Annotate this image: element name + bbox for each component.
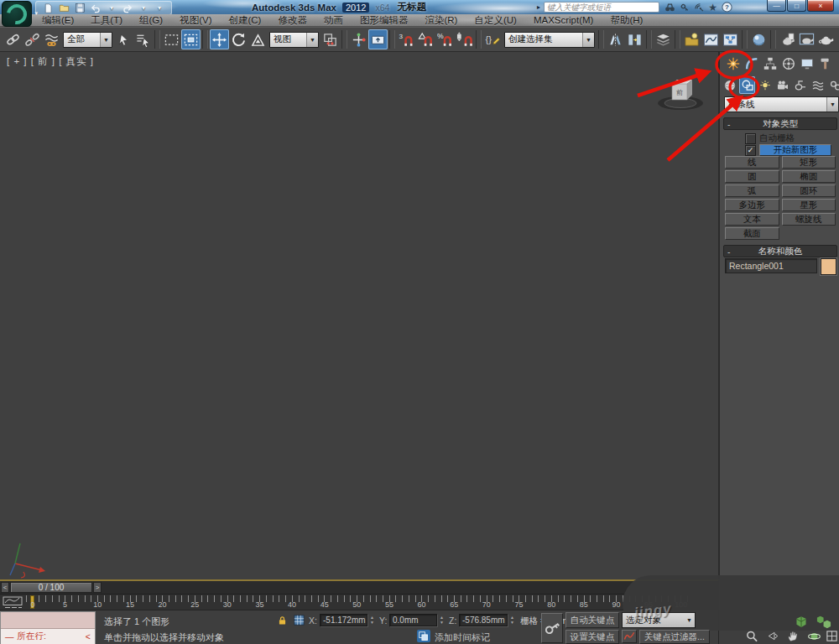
object-type-rollout-header[interactable]: - 对象类型 [723, 117, 837, 130]
shape-button-7[interactable]: 星形 [782, 199, 836, 211]
start-new-shape-button[interactable]: 开始新图形 [759, 144, 831, 156]
time-tag-icon[interactable] [417, 630, 430, 642]
edit-named-selections-icon[interactable]: {} [483, 29, 503, 49]
select-object-icon[interactable] [114, 29, 133, 49]
subtab-spacewarps-icon[interactable] [810, 76, 826, 94]
redo-flyout-icon[interactable]: ▾ [137, 3, 150, 14]
selection-filter-dropdown[interactable]: 全部▼ [63, 32, 112, 48]
subtab-shapes-icon[interactable] [739, 76, 755, 94]
menu-item-3[interactable]: 视图(V) [171, 14, 220, 27]
menu-item-9[interactable]: 自定义(U) [466, 14, 524, 27]
orbit-icon[interactable] [806, 630, 822, 643]
key-filters-button[interactable]: 关键点过滤器... [639, 630, 710, 644]
z-spinner[interactable]: ▲▼ [508, 614, 516, 626]
zoom-region-icon[interactable] [745, 630, 759, 643]
tab-motion-icon[interactable] [780, 55, 796, 72]
shape-button-4[interactable]: 弧 [725, 184, 779, 197]
shape-button-5[interactable]: 圆环 [782, 184, 836, 197]
search-history-icon[interactable]: ▸ [537, 3, 540, 11]
menu-item-11[interactable]: 帮助(H) [602, 14, 651, 27]
listener-line[interactable]: — 所在行: < [1, 629, 95, 644]
menu-item-0[interactable]: 编辑(E) [34, 14, 82, 27]
help-icon[interactable]: ? [720, 1, 734, 13]
select-and-move-icon[interactable] [210, 29, 229, 49]
max-logo-icon[interactable]: ▾ [2, 1, 32, 27]
select-and-rotate-icon[interactable] [229, 29, 248, 49]
select-and-link-icon[interactable] [3, 29, 23, 49]
shape-button-9[interactable]: 螺旋线 [782, 213, 836, 226]
tab-utilities-icon[interactable] [817, 55, 833, 72]
snap-toggle-3d-icon[interactable]: 3 [397, 29, 416, 49]
subtab-lights-icon[interactable] [757, 76, 773, 94]
menu-item-6[interactable]: 动画 [315, 14, 352, 27]
auto-key-button[interactable]: 自动关键点 [565, 612, 619, 628]
shape-button-10[interactable]: 截面 [725, 227, 779, 240]
default-tangent-icon[interactable] [622, 630, 637, 643]
shape-button-1[interactable]: 矩形 [782, 156, 836, 169]
unlink-selection-icon[interactable] [23, 29, 42, 49]
menu-item-10[interactable]: MAXScript(M) [525, 15, 602, 25]
y-spinner[interactable]: ▲▼ [438, 614, 446, 626]
new-file-icon[interactable] [41, 3, 55, 14]
rendered-frame-icon[interactable] [797, 29, 816, 49]
tab-create-icon[interactable] [725, 55, 741, 72]
field-of-view-icon[interactable] [767, 630, 779, 642]
search-icon[interactable] [663, 1, 677, 13]
x-spinner[interactable]: ▲▼ [368, 614, 376, 626]
set-key-button[interactable]: 设置关键点 [565, 630, 619, 644]
object-color-swatch[interactable] [821, 258, 836, 275]
start-new-shape-checkbox[interactable]: ✓ [745, 145, 756, 156]
angle-snap-icon[interactable] [416, 29, 435, 49]
subtab-cameras-icon[interactable] [774, 76, 790, 94]
undo-icon[interactable] [89, 3, 102, 14]
menu-item-5[interactable]: 修改器 [269, 14, 315, 27]
rectangular-selection-region-icon[interactable] [162, 29, 181, 49]
menu-item-2[interactable]: 组(G) [131, 14, 171, 27]
name-color-rollout-header[interactable]: - 名称和颜色 [723, 245, 837, 257]
align-icon[interactable] [625, 29, 644, 49]
viewcube[interactable]: 前 [653, 74, 708, 112]
object-name-field[interactable]: Rectangle001 [725, 258, 817, 273]
subtab-geometry-icon[interactable] [722, 76, 737, 94]
quick-access-options-icon[interactable]: ▾ [153, 3, 166, 14]
selection-lock-icon[interactable] [277, 615, 288, 626]
favorites-icon[interactable]: ★ [706, 1, 720, 13]
tab-modify-icon[interactable] [743, 55, 759, 72]
communication-center-icon[interactable] [691, 1, 706, 13]
save-file-icon[interactable] [73, 3, 86, 14]
select-and-scale-icon[interactable] [248, 29, 268, 49]
use-pivot-center-icon[interactable] [320, 29, 340, 49]
next-frame-button[interactable]: > [93, 582, 102, 593]
set-keys-button[interactable] [541, 613, 563, 643]
material-editor-icon[interactable] [749, 29, 769, 49]
search-input[interactable] [544, 2, 659, 13]
select-by-name-icon[interactable] [133, 29, 153, 49]
window-crossing-toggle-icon[interactable] [181, 29, 201, 49]
curve-editor-icon[interactable] [701, 29, 721, 49]
redo-icon[interactable] [121, 3, 134, 14]
subtab-systems-icon[interactable] [827, 76, 839, 94]
x-coord-field[interactable]: -51.172mm [320, 614, 367, 626]
add-time-tag[interactable]: 添加时间标记 [435, 631, 490, 644]
viewport-label[interactable]: [ + ] [ 前 ] [ 真实 ] [7, 55, 94, 68]
macro-recorder-line[interactable] [1, 612, 95, 629]
collapse-icon[interactable]: - [727, 119, 731, 129]
shape-button-8[interactable]: 文本 [725, 213, 779, 226]
prev-frame-button[interactable]: < [1, 582, 9, 593]
absolute-mode-icon[interactable] [293, 614, 305, 626]
bind-to-space-warp-icon[interactable] [42, 29, 61, 49]
zoom-extents-icon[interactable] [794, 615, 809, 629]
graphite-toggle-icon[interactable] [682, 29, 701, 49]
spinner-snap-icon[interactable] [455, 29, 474, 49]
time-slider-handle[interactable]: 0 / 100 [10, 582, 92, 593]
menu-item-8[interactable]: 渲染(R) [416, 14, 466, 27]
spline-category-dropdown[interactable]: 样条线 ▼ [724, 96, 839, 112]
maximize-viewport-icon[interactable] [826, 630, 838, 642]
shape-button-2[interactable]: 圆 [725, 170, 779, 183]
render-production-icon[interactable] [816, 29, 836, 49]
shape-button-3[interactable]: 椭圆 [782, 170, 836, 183]
shape-button-0[interactable]: 线 [725, 156, 779, 169]
mini-curve-editor-icon[interactable] [3, 596, 23, 609]
maxscript-mini-listener[interactable]: — 所在行: < [0, 611, 96, 644]
viewport[interactable] [0, 52, 718, 579]
